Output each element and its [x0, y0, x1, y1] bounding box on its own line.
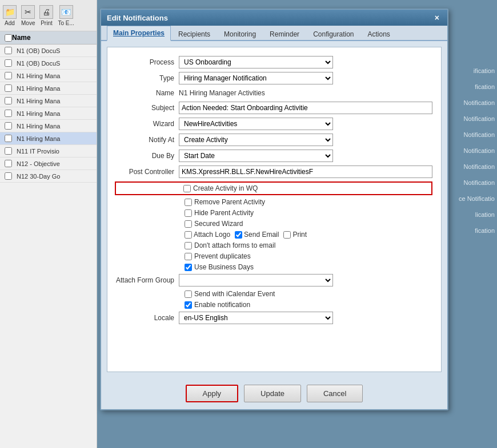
wizard-field[interactable]: NewHireActivities: [179, 118, 333, 130]
list-item[interactable]: N1 Hiring Mana: [0, 70, 97, 82]
remove-parent-label: Remove Parent Activity: [185, 198, 265, 206]
subject-field[interactable]: [179, 102, 432, 114]
modal-titlebar: Edit Notifications ×: [101, 10, 447, 26]
list-item[interactable]: N12 - Objective: [0, 158, 97, 170]
process-select[interactable]: US Onboarding: [179, 56, 333, 68]
name-row: Name N1 Hiring Manager Activities: [116, 88, 432, 98]
post-controller-row: Post Controller: [116, 166, 432, 178]
notify-at-select[interactable]: Create Activity: [179, 134, 333, 146]
tab-reminder[interactable]: Reminder: [263, 27, 306, 41]
list-item[interactable]: N12 30-Day Go: [0, 170, 97, 183]
list-item-selected[interactable]: N1 Hiring Mana: [0, 132, 97, 145]
modal-title: Edit Notifications: [107, 14, 168, 22]
print-checkbox[interactable]: [283, 231, 291, 239]
secured-wizard-row: Secured Wizard: [116, 220, 432, 228]
notify-at-row: Notify At Create Activity: [116, 134, 432, 146]
list-item[interactable]: N11 IT Provisio: [0, 145, 97, 158]
right-label: Notification: [451, 159, 497, 175]
prevent-duplicates-checkbox[interactable]: [185, 253, 192, 260]
sidebar: 📁 Add ✂ Move 🖨 Print 📧 To E... Name N1 (…: [0, 0, 97, 448]
hide-parent-checkbox[interactable]: [185, 209, 192, 217]
attach-form-group-select[interactable]: [179, 274, 333, 286]
send-icalendar-label: Send with iCalendar Event: [185, 290, 275, 298]
create-activity-wq-checkbox[interactable]: [183, 185, 191, 192]
modal-footer: Apply Update Cancel: [101, 378, 447, 409]
tab-bar: Main Properties Recipients Monitoring Re…: [101, 26, 447, 41]
dont-attach-forms-checkbox[interactable]: [185, 242, 192, 249]
send-icalendar-row: Send with iCalendar Event: [116, 290, 432, 298]
prevent-duplicates-label: Prevent duplicates: [185, 252, 251, 260]
enable-notification-checkbox[interactable]: [185, 301, 192, 309]
tab-recipients[interactable]: Recipients: [172, 27, 217, 41]
tab-main-properties[interactable]: Main Properties: [107, 26, 171, 41]
due-by-field[interactable]: Start Date: [179, 150, 333, 162]
list-item[interactable]: N1 Hiring Mana: [0, 120, 97, 132]
right-label: fication: [451, 223, 497, 239]
tab-actions[interactable]: Actions: [362, 27, 396, 41]
use-business-days-row: Use Business Days: [116, 263, 432, 271]
create-activity-wq-row: Create Activity in WQ: [115, 181, 432, 195]
process-field[interactable]: US Onboarding: [179, 56, 333, 68]
hide-parent-label: Hide Parent Activity: [185, 209, 254, 217]
process-row: Process US Onboarding: [116, 56, 432, 68]
due-by-label: Due By: [116, 152, 179, 160]
list-item[interactable]: N1 Hiring Mana: [0, 82, 97, 95]
use-business-days-label: Use Business Days: [185, 263, 254, 271]
modal-body: Process US Onboarding Type Hiring Manage…: [107, 47, 442, 372]
header-checkbox[interactable]: [5, 34, 12, 42]
attach-logo-label: Attach Logo: [185, 231, 230, 239]
tab-monitoring[interactable]: Monitoring: [218, 27, 262, 41]
due-by-select[interactable]: Start Date: [179, 150, 333, 162]
enable-notification-row: Enable notification: [116, 301, 432, 309]
modal-close-button[interactable]: ×: [432, 13, 442, 22]
use-business-days-checkbox[interactable]: [185, 264, 192, 271]
enable-notification-label: Enable notification: [185, 301, 250, 309]
attach-form-group-label: Attach Form Group: [116, 276, 179, 284]
secured-wizard-label: Secured Wizard: [185, 220, 243, 228]
right-panel: ification fication Notification Notifica…: [451, 0, 497, 448]
toolbar: 📁 Add ✂ Move 🖨 Print 📧 To E...: [0, 0, 97, 31]
print-icon: 🖨: [39, 5, 53, 19]
locale-row: Locale en-US English: [116, 312, 432, 324]
dont-attach-forms-row: Don't attach forms to email: [116, 241, 432, 249]
list-item[interactable]: N1 (OB) DocuS: [0, 57, 97, 70]
locale-label: Locale: [116, 314, 179, 322]
move-button[interactable]: ✂ Move: [21, 5, 35, 26]
secured-wizard-checkbox[interactable]: [185, 220, 192, 228]
list-item[interactable]: N1 (OB) DocuS: [0, 45, 97, 57]
list-item[interactable]: N1 Hiring Mana: [0, 107, 97, 120]
type-field[interactable]: Hiring Manager Notification: [179, 72, 333, 84]
attach-logo-checkbox[interactable]: [185, 231, 192, 239]
send-icalendar-checkbox[interactable]: [185, 290, 192, 298]
locale-select[interactable]: en-US English: [179, 312, 333, 324]
wizard-row: Wizard NewHireActivities: [116, 118, 432, 130]
add-button[interactable]: 📁 Add: [3, 5, 17, 26]
post-controller-field[interactable]: [179, 166, 432, 178]
notify-at-field[interactable]: Create Activity: [179, 134, 333, 146]
add-icon: 📁: [3, 5, 17, 19]
cancel-button[interactable]: Cancel: [307, 385, 363, 402]
dont-attach-forms-label: Don't attach forms to email: [185, 241, 275, 249]
move-icon: ✂: [21, 5, 35, 19]
list-header: Name: [0, 31, 97, 45]
print-button[interactable]: 🖨 Print: [39, 5, 53, 26]
remove-parent-checkbox[interactable]: [185, 199, 192, 206]
attach-form-group-field[interactable]: [179, 274, 333, 286]
right-label: Notification: [451, 175, 497, 191]
list-item[interactable]: N1 Hiring Mana: [0, 95, 97, 107]
wizard-select[interactable]: NewHireActivities: [179, 118, 333, 130]
apply-button[interactable]: Apply: [186, 385, 239, 402]
prevent-duplicates-row: Prevent duplicates: [116, 252, 432, 260]
send-email-checkbox[interactable]: [235, 231, 242, 239]
update-button[interactable]: Update: [244, 385, 301, 402]
type-select[interactable]: Hiring Manager Notification: [179, 72, 333, 84]
tab-configuration[interactable]: Configuration: [307, 27, 360, 41]
hide-parent-row: Hide Parent Activity: [116, 209, 432, 217]
export-button[interactable]: 📧 To E...: [58, 5, 74, 26]
subject-label: Subject: [116, 104, 179, 112]
right-label: lication: [451, 207, 497, 223]
subject-input[interactable]: [179, 102, 432, 114]
locale-field[interactable]: en-US English: [179, 312, 333, 324]
right-label: ification: [451, 63, 497, 79]
post-controller-input[interactable]: [179, 166, 432, 178]
